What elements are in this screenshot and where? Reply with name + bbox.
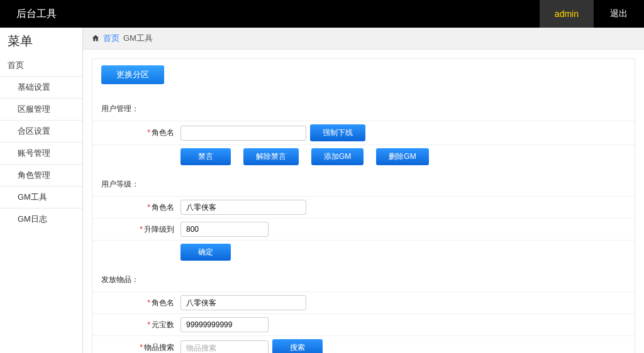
item-search-button[interactable]: 搜索 [272, 339, 323, 353]
yuanbao-label: 元宝数 [152, 320, 174, 329]
sidebar-item-account-mgmt[interactable]: 账号管理 [0, 143, 82, 165]
sidebar: 菜单 首页 基础设置 区服管理 合区设置 账号管理 角色管理 GM工具 GM日志 [0, 28, 83, 353]
user-role-label: 角色名 [152, 128, 174, 137]
sidebar-item-role-mgmt[interactable]: 角色管理 [0, 165, 82, 187]
user-role-input[interactable] [180, 126, 306, 141]
logout-button[interactable]: 退出 [594, 0, 644, 28]
sidebar-item-gm-tools[interactable]: GM工具 [0, 187, 82, 209]
add-gm-button[interactable]: 添加GM [311, 148, 364, 165]
item-search-label: 物品搜索 [144, 343, 174, 352]
level-role-label: 角色名 [152, 203, 174, 212]
section-user-mgmt-title: 用户管理： [101, 97, 626, 121]
sidebar-item-zone-mgmt[interactable]: 区服管理 [0, 99, 82, 121]
current-user[interactable]: admin [540, 0, 594, 28]
yuanbao-input[interactable] [180, 317, 269, 332]
breadcrumb: 首页 GM工具 [83, 28, 644, 50]
level-target-label: 升降级到 [144, 225, 174, 234]
level-confirm-button[interactable]: 确定 [180, 244, 231, 261]
item-role-label: 角色名 [152, 298, 174, 307]
level-role-input[interactable] [180, 200, 306, 215]
item-search-input[interactable] [180, 340, 269, 354]
sidebar-item-gm-logs[interactable]: GM日志 [0, 209, 82, 230]
sidebar-home[interactable]: 首页 [0, 55, 82, 77]
level-target-input[interactable] [180, 222, 269, 237]
app-brand: 后台工具 [0, 8, 73, 21]
section-items-title: 发放物品： [101, 268, 626, 291]
unmute-button[interactable]: 解除禁言 [243, 148, 299, 165]
item-role-input[interactable] [180, 295, 306, 310]
force-offline-button[interactable]: 强制下线 [310, 124, 365, 141]
sidebar-title: 菜单 [0, 28, 82, 55]
section-level-title: 用户等级： [101, 173, 626, 196]
breadcrumb-home[interactable]: 首页 [103, 33, 119, 44]
home-icon [92, 35, 99, 42]
sidebar-item-basic-settings[interactable]: 基础设置 [0, 77, 82, 99]
delete-gm-button[interactable]: 删除GM [376, 148, 428, 165]
sidebar-item-merge-settings[interactable]: 合区设置 [0, 121, 82, 143]
change-zone-button[interactable]: 更换分区 [101, 65, 164, 84]
mute-button[interactable]: 禁言 [180, 148, 231, 165]
breadcrumb-current: GM工具 [123, 33, 153, 44]
